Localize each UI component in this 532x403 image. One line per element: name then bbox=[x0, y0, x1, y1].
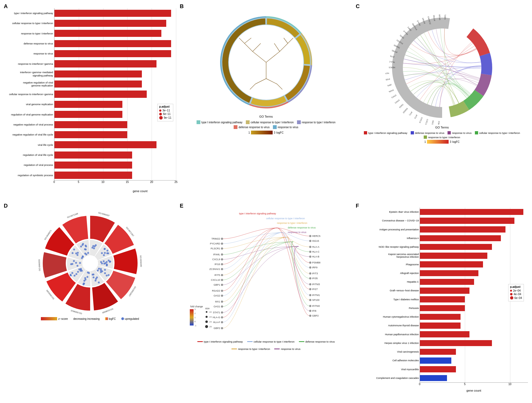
legend-text-f: 6e−04 bbox=[514, 296, 522, 299]
bar-fill-f bbox=[420, 375, 447, 381]
pathway-label-e: type I interferon signaling pathway bbox=[239, 212, 276, 215]
dot-d bbox=[79, 262, 81, 264]
bar-label: response to type I interferon bbox=[4, 32, 53, 35]
panel-b-label: B bbox=[180, 3, 184, 9]
legend-line-e bbox=[197, 341, 203, 342]
dot-d bbox=[101, 252, 103, 254]
sector-d bbox=[43, 252, 67, 278]
bar-fill-f bbox=[420, 357, 451, 364]
bar-row-f: Pertussis bbox=[420, 304, 528, 312]
bar-row: type I interferon signaling pathway bbox=[54, 8, 176, 18]
bar-fill-f bbox=[420, 340, 492, 346]
dot-d bbox=[73, 275, 75, 277]
bar-fill-f bbox=[420, 209, 523, 215]
size-label-e: 25 bbox=[209, 325, 212, 328]
gene-label-e: HLA-G bbox=[213, 316, 220, 319]
legend-dot-a bbox=[159, 109, 161, 112]
bar-label: defense response to virus bbox=[4, 42, 53, 45]
bar-chart-a: type I interferon signaling pathwaycellu… bbox=[54, 8, 176, 193]
legend-text-a: 9e−11 bbox=[164, 116, 171, 119]
gene-dot-e bbox=[221, 243, 223, 245]
legend-f-items: 2e−044e−046e−04 bbox=[510, 289, 522, 299]
bar-row: interferon−gamma−mediatedsignaling pathw… bbox=[54, 69, 176, 79]
bar-fill-f bbox=[420, 288, 469, 294]
bar-row-f: Autoimmune thyroid disease bbox=[420, 321, 528, 330]
gene-dot-e bbox=[309, 305, 311, 307]
gene-dot-e bbox=[221, 301, 223, 303]
connection-e bbox=[223, 242, 293, 280]
dot-d bbox=[84, 245, 86, 247]
gene-label-e: IFI35 bbox=[312, 277, 318, 280]
panel-b: B GO Terms type I interferon signaling p… bbox=[179, 3, 353, 201]
pathway-label-e: defense response to virus bbox=[288, 226, 316, 229]
dot-d bbox=[104, 248, 106, 250]
bar-label: cellular response to type I interferon bbox=[4, 22, 53, 25]
gene-dot-e bbox=[309, 315, 311, 317]
legend-dot-a bbox=[159, 113, 162, 115]
bar-label: response to virus bbox=[4, 52, 53, 55]
go-terms-label-b: GO Terms bbox=[259, 115, 273, 118]
legend-label-b: response to virus bbox=[278, 126, 298, 129]
bar-label: interferon−gamma−mediatedsignaling pathw… bbox=[4, 71, 53, 77]
legend-item-e: cellular response to type I interferon bbox=[247, 340, 295, 343]
dot-d bbox=[94, 280, 96, 282]
gene-label-e: SP100 bbox=[312, 299, 319, 301]
circle-diagram-b bbox=[215, 11, 318, 114]
size-dot-e bbox=[205, 325, 208, 328]
legend-swatch-c bbox=[475, 131, 478, 134]
bar-fill bbox=[54, 50, 171, 57]
legend-item-e: defense response to virus bbox=[299, 340, 335, 343]
pathway-label-e: response to virus bbox=[288, 231, 306, 234]
gene-dot-e bbox=[221, 253, 223, 256]
radial-diagram-d: GO:0060337GO:0071357GO:0034340GO:0051607… bbox=[37, 210, 143, 316]
bar-label-f: Cell adhesion molecules bbox=[357, 359, 419, 362]
bar-label-f: Hepatitis C bbox=[357, 281, 419, 283]
size-label-e: 24 bbox=[209, 321, 212, 323]
gene-dot-e bbox=[221, 295, 223, 297]
gene-label-e: CXCL9 bbox=[212, 258, 220, 261]
bar-fill-f bbox=[420, 305, 465, 311]
gene-label-e: TRIM22 bbox=[211, 237, 220, 240]
dot-d bbox=[80, 246, 82, 247]
bar-label-f: Complement and coagulation cascades bbox=[357, 377, 419, 379]
bar-label-f: Allograft rejection bbox=[357, 272, 419, 275]
legend-label-e: response to virus bbox=[281, 347, 300, 350]
dot-d bbox=[87, 272, 89, 273]
gene-label-e: CXCL10 bbox=[211, 279, 220, 281]
gene-dot-e bbox=[309, 235, 311, 237]
connection-e bbox=[223, 242, 293, 307]
gene-label-e: RSAD2 bbox=[212, 289, 220, 292]
legend-dot-a bbox=[159, 116, 163, 120]
bar-label: regulation of viral process bbox=[4, 163, 53, 166]
dot-d bbox=[85, 253, 87, 255]
bar-fill bbox=[54, 172, 132, 179]
gene-dot-e bbox=[309, 310, 311, 312]
legend-item-b: defense response to virus bbox=[234, 125, 270, 129]
dot-d bbox=[92, 273, 94, 275]
x-axis-a: 0510152025 bbox=[54, 180, 176, 185]
svg-point-22 bbox=[121, 317, 124, 320]
bar-label-f: Viral myocarditis bbox=[357, 368, 419, 371]
main-grid: A type I interferon signaling pathwaycel… bbox=[0, 0, 532, 403]
dot-d bbox=[109, 260, 111, 262]
legend-item-e: type I interferon signaling pathway bbox=[197, 340, 243, 343]
legend-swatch-b bbox=[197, 120, 200, 124]
gene-label-e: HLA-F bbox=[213, 321, 220, 324]
gene-dot-e bbox=[309, 277, 311, 279]
legend-label-c: defense response to virus bbox=[415, 131, 445, 134]
x-tick-f: 5 bbox=[464, 383, 466, 386]
x-tick-a: 25 bbox=[174, 180, 177, 183]
legend-e: type I interferon signaling pathwaycellu… bbox=[180, 340, 352, 350]
dot-d bbox=[76, 265, 78, 267]
bar-fill-f bbox=[420, 226, 505, 233]
bar-fill-f bbox=[420, 235, 501, 241]
fc-tick-e: 1 bbox=[194, 316, 196, 319]
logfc-max-c: 3 bbox=[450, 140, 451, 143]
dot-d bbox=[83, 280, 85, 282]
gene-label-e: ZC3HAV1 bbox=[209, 268, 220, 270]
dot-d bbox=[101, 263, 103, 265]
dot-d bbox=[100, 268, 102, 270]
legend-item-c: response to type I interferon bbox=[424, 136, 460, 139]
legend-swatch-c bbox=[411, 131, 414, 134]
bar-label: cellular response to interferon−gamma bbox=[4, 93, 53, 96]
